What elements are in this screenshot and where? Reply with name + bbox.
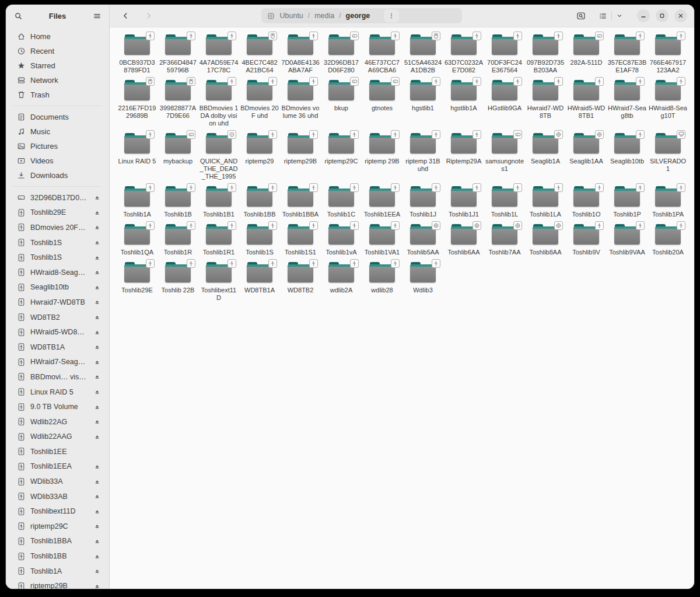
sidebar-item-music[interactable]: Music [9,124,106,139]
sidebar-item-toshlib1s[interactable]: Toshlib1S [9,235,106,250]
folder-item[interactable]: 2F366D484759796B [158,34,198,74]
sidebar-item-hwraid7-wd8tb[interactable]: Hwraid7-WD8TB [9,295,106,310]
path-segment-ubuntu[interactable]: Ubuntu [279,12,304,20]
eject-button[interactable] [92,193,102,203]
folder-item[interactable]: Toshlib1EEA [362,186,402,218]
folder-item[interactable]: riptemp 29B [362,133,402,180]
folder-item[interactable]: Toshlib1VA1 [362,224,402,256]
folder-item[interactable]: Toshlib1S1 [280,224,321,256]
sidebar-item-wdlib33a[interactable]: WDlib33A [9,474,106,489]
folder-item[interactable]: Toshlib1J1 [443,186,484,218]
folder-item[interactable]: Toshlib1C [321,186,362,218]
folder-item[interactable]: Toshlib1J [402,186,443,218]
folder-item[interactable]: Toshlib1BBA [280,186,321,218]
folder-item[interactable]: Toshlibext11D [198,262,239,302]
sidebar-item-wdlib22aag[interactable]: Wdlib22AAG [9,430,106,445]
sidebar-item-wdlib33ab[interactable]: WDlib33AB [9,489,106,504]
eject-button[interactable] [92,431,102,442]
sidebar-item-toshlib1eea[interactable]: Toshlib1EEA [9,459,106,474]
eject-button[interactable] [92,222,102,233]
eject-button[interactable] [92,342,102,352]
sidebar-item-toshlib29e[interactable]: Toshlib29E [9,205,106,221]
sidebar-item-hwraid8-seag10t[interactable]: HWraid8-Seag10T [9,265,106,280]
folder-item[interactable]: Linux RAID 5 [117,133,158,180]
folder-item[interactable]: Toshlib1P [607,186,648,218]
eject-button[interactable] [92,551,102,561]
folder-item[interactable]: Toshlib8AA [525,224,566,256]
sidebar-item-bbdmovi-vision-uhd[interactable]: BBDmovi… vision uhd [9,369,106,385]
sidebar-item-videos[interactable]: Videos [9,153,106,168]
eject-button[interactable] [92,417,102,427]
kebab-menu-icon[interactable] [384,9,399,22]
folder-item[interactable]: Toshlib1B1 [198,186,239,218]
eject-button[interactable] [92,312,102,323]
eject-button[interactable] [92,581,102,589]
eject-button[interactable] [92,297,102,308]
folder-item[interactable]: Seaglib10tb [607,133,648,180]
folder-item[interactable]: 766E467917123AA2 [648,34,688,74]
maximize-button[interactable] [656,9,668,22]
folder-item[interactable]: Seaglib1A [525,133,566,180]
folder-item[interactable]: Toshlib1QA [117,224,158,256]
folder-item[interactable]: QUICK_AND_THE_DEAD_THE_1995 [198,133,239,180]
sidebar-item-pictures[interactable]: Pictures [9,139,106,153]
folder-item[interactable]: Toshlib1vA [321,224,362,256]
folder-item[interactable]: gtnotes [362,80,402,127]
chevron-down-icon[interactable] [614,8,625,23]
eject-button[interactable] [92,357,102,367]
eject-button[interactable] [92,491,102,502]
folder-item[interactable]: mybackup [158,133,198,180]
sidebar-item-seaglib10tb[interactable]: Seaglib10tb [9,280,106,295]
folder-item[interactable]: 4BEC7C482A21BC64 [239,34,280,74]
folder-item[interactable]: Toshlib1R1 [198,224,239,256]
sidebar-item-toshlibext11d[interactable]: Toshlibext11D [9,504,106,519]
folder-item[interactable]: Toshlib7AA [484,224,525,256]
folder-item[interactable]: BDmovies 20F uhd [239,80,280,127]
folder-item[interactable]: wdlib2A [321,262,362,302]
minimize-button[interactable] [637,9,650,22]
folder-item[interactable]: 282A-511D [566,34,607,74]
back-arrow-icon[interactable] [118,8,133,23]
sidebar-item-riptemp29c[interactable]: riptemp29C [9,519,106,534]
folder-item[interactable]: Seaglib1AA [566,133,607,180]
folder-item[interactable]: 7D0A8E4136ABA7AF [280,34,321,74]
close-button[interactable] [674,9,687,22]
folder-item[interactable]: wdlib28 [362,262,402,302]
folder-item[interactable]: 63D7C0232AE7D082 [443,34,484,74]
eject-button[interactable] [92,506,102,516]
folder-item[interactable]: SILVERADO 1 [648,133,688,180]
forward-arrow-icon[interactable] [141,8,156,23]
folder-item[interactable]: 2216E7FD1929689B [117,80,158,127]
folder-item[interactable]: riptemp 31B uhd [402,133,443,180]
eject-button[interactable] [92,207,102,218]
folder-item[interactable]: Wdlib3 [402,262,443,302]
search-icon[interactable] [10,8,26,23]
sidebar-item-wd8tb2[interactable]: WD8TB2 [9,310,106,325]
folder-item[interactable]: HGstlib9GA [484,80,525,127]
folder-item[interactable]: 0BCB937D38789FD1 [117,34,158,74]
eject-button[interactable] [92,252,102,263]
folder-item[interactable]: Toshlib1BB [239,186,280,218]
folder-item[interactable]: Toshlib1O [566,186,607,218]
sidebar-item-hwraid5-wd8tb1[interactable]: HWraid5-WD8TB1 [9,324,106,340]
list-view-icon[interactable] [596,8,610,23]
path-segment-george[interactable]: george [345,12,372,20]
folder-item[interactable]: 70DF3FC24E367564 [484,34,525,74]
eject-button[interactable] [92,267,102,278]
sidebar-item-toshlib1a[interactable]: Toshlib1A [9,564,106,579]
folder-item[interactable]: HWraid5-WD8TB1 [566,80,607,127]
eject-button[interactable] [92,327,102,337]
folder-item[interactable]: Toshlib1PA [648,186,688,218]
sidebar-item-documents[interactable]: Documents [9,110,106,124]
folder-item[interactable]: Toshlib1LA [525,186,566,218]
folder-item[interactable]: Riptemp29A [443,133,484,180]
eject-button[interactable] [92,521,102,532]
sidebar-item-riptemp29b[interactable]: riptemp29B [9,578,106,589]
eject-button[interactable] [92,536,102,546]
sidebar-item-9-0-tb-volume[interactable]: 9.0 TB Volume [9,399,106,414]
folder-item[interactable]: hgstlib1A [443,80,484,127]
folder-item[interactable]: bkup [321,80,362,127]
eject-button[interactable] [92,461,102,472]
folder-item[interactable]: riptemp29 [239,133,280,180]
folder-item[interactable]: 46E737CC7A69CBA6 [362,34,402,74]
